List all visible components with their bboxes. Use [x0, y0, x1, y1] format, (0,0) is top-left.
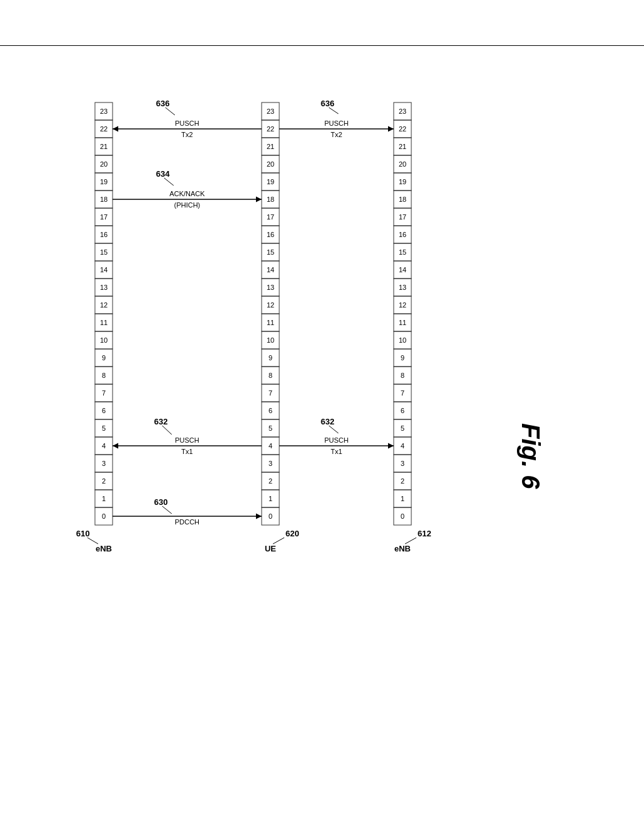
- svg-text:13: 13: [100, 284, 108, 291]
- svg-text:UE: UE: [265, 544, 276, 553]
- svg-text:3: 3: [269, 460, 272, 467]
- svg-text:18: 18: [100, 196, 108, 203]
- svg-text:10: 10: [399, 336, 406, 344]
- svg-line-178: [329, 108, 338, 114]
- svg-text:5: 5: [269, 424, 272, 432]
- svg-text:2: 2: [269, 477, 272, 485]
- svg-text:12: 12: [267, 301, 274, 309]
- svg-marker-162: [113, 126, 118, 132]
- ue-label-group: UE620: [265, 529, 299, 553]
- diagram-area: 23222120191817161514131211109876543210 2…: [0, 46, 644, 813]
- svg-text:1: 1: [269, 495, 272, 502]
- svg-text:9: 9: [401, 354, 404, 362]
- svg-text:10: 10: [100, 336, 108, 344]
- svg-text:634: 634: [156, 169, 170, 179]
- svg-text:14: 14: [399, 266, 406, 274]
- svg-text:17: 17: [399, 213, 406, 221]
- svg-text:12: 12: [100, 301, 108, 309]
- svg-text:4: 4: [269, 442, 272, 450]
- svg-text:17: 17: [267, 213, 274, 221]
- svg-line-160: [164, 178, 174, 185]
- svg-text:5: 5: [102, 424, 106, 432]
- svg-text:19: 19: [267, 178, 274, 185]
- svg-text:612: 612: [418, 529, 431, 538]
- svg-text:Tx2: Tx2: [331, 131, 342, 138]
- page-header: [0, 0, 644, 46]
- ref-632-left: 632: [154, 417, 172, 434]
- svg-text:632: 632: [154, 417, 168, 426]
- svg-text:0: 0: [102, 512, 106, 520]
- svg-text:15: 15: [399, 248, 406, 256]
- svg-text:6: 6: [269, 407, 272, 414]
- svg-text:13: 13: [267, 284, 274, 291]
- svg-text:21: 21: [267, 143, 274, 150]
- pusch-tx2-right-arrow: PUSCHTx2: [279, 119, 394, 138]
- svg-text:610: 610: [76, 529, 90, 538]
- svg-text:18: 18: [267, 196, 274, 203]
- svg-text:630: 630: [154, 497, 168, 507]
- svg-marker-174: [388, 126, 394, 132]
- svg-text:8: 8: [102, 372, 106, 379]
- svg-text:14: 14: [267, 266, 274, 274]
- svg-text:18: 18: [399, 196, 406, 203]
- publication-date-sheet: [317, 19, 327, 33]
- svg-text:22: 22: [399, 125, 406, 133]
- svg-text:11: 11: [100, 319, 108, 326]
- svg-text:620: 620: [286, 529, 299, 538]
- svg-text:6: 6: [102, 407, 106, 414]
- acknack-arrow: ACK/NACK(PHICH): [113, 190, 262, 209]
- svg-text:19: 19: [100, 178, 108, 185]
- svg-text:636: 636: [321, 99, 335, 108]
- svg-text:17: 17: [100, 213, 108, 221]
- svg-text:19: 19: [399, 178, 406, 185]
- svg-text:20: 20: [100, 160, 108, 168]
- svg-text:20: 20: [399, 160, 406, 168]
- svg-text:PUSCH: PUSCH: [325, 436, 349, 444]
- svg-line-186: [405, 538, 416, 544]
- ref-632-right: 632: [321, 417, 338, 433]
- svg-text:15: 15: [267, 248, 274, 256]
- svg-text:2: 2: [401, 477, 404, 485]
- svg-marker-150: [113, 443, 118, 449]
- svg-text:636: 636: [156, 99, 170, 108]
- svg-text:PUSCH: PUSCH: [175, 119, 199, 127]
- svg-text:PUSCH: PUSCH: [325, 119, 349, 127]
- enb1-label-group: 610eNB: [76, 529, 112, 553]
- svg-text:11: 11: [267, 319, 274, 326]
- svg-text:5: 5: [401, 424, 404, 432]
- svg-line-180: [87, 538, 98, 544]
- svg-text:8: 8: [401, 372, 404, 379]
- svg-text:9: 9: [102, 354, 106, 362]
- ref-636-right: 636: [321, 99, 338, 114]
- svg-text:4: 4: [102, 442, 106, 450]
- svg-text:6: 6: [401, 407, 404, 414]
- svg-text:15: 15: [100, 248, 108, 256]
- pusch-tx1-right-arrow: PUSCHTx1: [279, 436, 394, 455]
- ref-634: 634: [156, 169, 174, 185]
- svg-text:23: 23: [399, 108, 406, 115]
- svg-text:21: 21: [399, 143, 406, 150]
- svg-marker-168: [388, 443, 394, 449]
- svg-marker-156: [256, 197, 262, 202]
- svg-text:23: 23: [100, 108, 108, 115]
- svg-text:Tx1: Tx1: [331, 448, 342, 455]
- svg-text:PUSCH: PUSCH: [175, 436, 199, 444]
- svg-text:3: 3: [401, 460, 404, 467]
- svg-text:7: 7: [269, 389, 272, 397]
- svg-text:Tx2: Tx2: [181, 131, 192, 138]
- pusch-tx1-left-arrow: PUSCHTx1: [113, 436, 262, 455]
- svg-text:7: 7: [401, 389, 404, 397]
- svg-text:21: 21: [100, 143, 108, 150]
- svg-text:eNB: eNB: [394, 544, 411, 553]
- ue-timeline: 23222120191817161514131211109876543210: [262, 102, 279, 525]
- svg-text:14: 14: [100, 266, 108, 274]
- svg-text:1: 1: [102, 495, 106, 502]
- fig-6-label: Fig. 6: [517, 423, 545, 489]
- svg-text:9: 9: [269, 354, 272, 362]
- svg-text:10: 10: [267, 336, 274, 344]
- svg-text:16: 16: [267, 231, 274, 238]
- svg-marker-145: [256, 514, 262, 519]
- ref-630: 630: [154, 497, 172, 514]
- enb2-timeline: 23222120191817161514131211109876543210: [394, 102, 411, 525]
- svg-text:16: 16: [100, 231, 108, 238]
